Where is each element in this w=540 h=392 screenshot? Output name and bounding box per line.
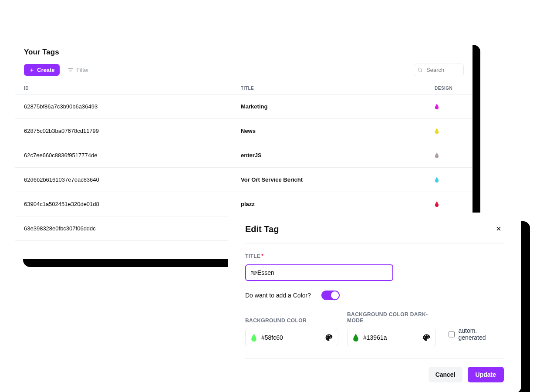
row-id: 63904c1a502451e320de01d8	[24, 201, 241, 207]
table-row[interactable]: 62c7ee660c8836f9517774de enterJS	[15, 143, 472, 168]
drop-icon	[251, 334, 257, 341]
search-icon	[417, 67, 423, 73]
drop-icon	[353, 334, 359, 341]
row-id: 62875c02b3ba07678cd11799	[24, 128, 241, 134]
close-icon	[495, 225, 502, 232]
drop-icon	[435, 177, 439, 182]
row-id: 63e398328e0fbc307f06dddc	[24, 225, 241, 232]
modal-header: Edit Tag	[245, 223, 504, 243]
page-title: Your Tags	[15, 46, 472, 64]
filter-button[interactable]: Filter	[68, 67, 89, 73]
row-title: Marketing	[241, 103, 435, 110]
bg-dark-color-input[interactable]: #13961a	[347, 329, 436, 346]
modal-body: TITLE* Do want to add a Color? BACKGROUN…	[245, 243, 504, 346]
title-label-text: TITLE	[245, 253, 260, 259]
row-id: 62c7ee660c8836f9517774de	[24, 152, 241, 159]
required-indicator: *	[261, 253, 263, 259]
close-button[interactable]	[493, 223, 504, 235]
bg-dark-color-label: BACKGROUND COLOR DARK-MODE	[347, 311, 440, 324]
row-title: Vor Ort Service Bericht	[241, 176, 435, 183]
modal-title: Edit Tag	[245, 224, 279, 234]
row-title: News	[241, 128, 435, 134]
table-row[interactable]: 62d6b2b6161037e7eac83640 Vor Ort Service…	[15, 168, 472, 192]
autogen-checkbox-wrap[interactable]: autom. generated	[449, 327, 504, 346]
row-design	[435, 152, 464, 158]
update-button[interactable]: Update	[468, 367, 504, 382]
table-row[interactable]: 62875c02b3ba07678cd11799 News	[15, 119, 472, 143]
autogen-checkbox[interactable]	[449, 331, 455, 338]
toolbar-left: Create Filter	[24, 64, 89, 76]
row-design	[435, 128, 464, 134]
col-design: DESIGN	[435, 86, 464, 91]
edit-tag-modal: Edit Tag TITLE* Do want to add a Color? …	[228, 213, 521, 392]
col-id: ID	[24, 86, 241, 91]
row-design	[435, 104, 464, 109]
palette-icon[interactable]	[422, 334, 430, 341]
filter-button-label: Filter	[76, 67, 89, 73]
bg-dark-color-group: BACKGROUND COLOR DARK-MODE #13961a	[347, 311, 440, 346]
bg-color-label: BACKGROUND COLOR	[245, 318, 338, 324]
search-wrap	[414, 64, 464, 76]
bg-dark-color-value: #13961a	[363, 334, 387, 341]
cancel-button[interactable]: Cancel	[429, 367, 462, 382]
plus-icon	[29, 68, 34, 73]
svg-point-0	[418, 68, 422, 71]
row-design	[435, 201, 464, 207]
palette-icon[interactable]	[325, 334, 333, 341]
row-title: enterJS	[241, 152, 435, 159]
drop-icon	[435, 128, 439, 134]
color-question-row: Do want to add a Color?	[245, 291, 504, 300]
row-design	[435, 177, 464, 182]
drop-icon	[435, 201, 439, 207]
bg-color-group: BACKGROUND COLOR #58fc60	[245, 318, 338, 346]
table-row[interactable]: 62875bf86a7c3b90b6a36493 Marketing	[15, 95, 472, 119]
color-question-text: Do want to add a Color?	[245, 292, 311, 299]
row-id: 62d6b2b6161037e7eac83640	[24, 176, 241, 183]
color-row: BACKGROUND COLOR #58fc60 BACKGROUND COLO…	[245, 311, 504, 346]
title-field-label: TITLE*	[245, 253, 504, 259]
create-button-label: Create	[37, 67, 54, 73]
drop-icon	[435, 152, 439, 158]
col-title: TITLE	[241, 86, 435, 91]
toolbar: Create Filter	[15, 64, 472, 82]
row-id: 62875bf86a7c3b90b6a36493	[24, 103, 241, 110]
filter-icon	[68, 67, 74, 73]
bg-color-value: #58fc60	[261, 334, 283, 341]
row-title: plazz	[241, 201, 435, 207]
drop-icon	[435, 104, 439, 109]
bg-color-input[interactable]: #58fc60	[245, 329, 338, 346]
add-color-toggle[interactable]	[321, 291, 340, 300]
autogen-label: autom. generated	[458, 327, 504, 341]
table-header: ID TITLE DESIGN	[15, 82, 472, 95]
modal-footer: Cancel Update	[245, 358, 504, 382]
create-button[interactable]: Create	[24, 64, 60, 76]
title-input[interactable]	[245, 264, 393, 281]
